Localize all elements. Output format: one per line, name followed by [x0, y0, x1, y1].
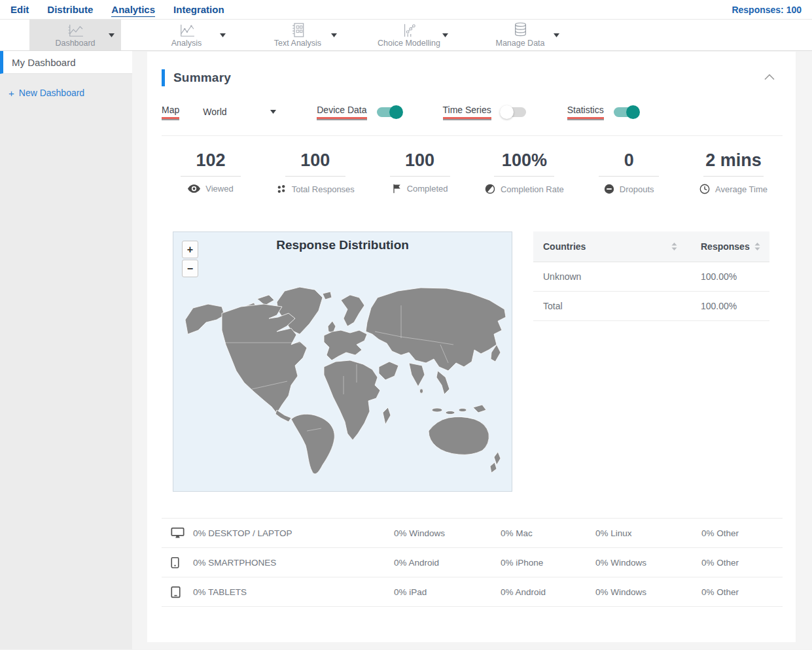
map-zoom-controls: + −	[182, 241, 198, 277]
stat-total-responses: 100 Total Responses	[266, 150, 364, 194]
eye-icon	[188, 184, 200, 193]
device-stat: 0% Windows	[595, 558, 701, 568]
nav-edit[interactable]: Edit	[10, 3, 29, 16]
device-stat: 0% iPhone	[501, 558, 595, 568]
stat-value: 100	[371, 150, 469, 171]
device-stat: 0% Android	[394, 558, 501, 568]
tool-text-analysis[interactable]: Text Analysis	[252, 20, 344, 50]
response-distribution-map[interactable]: Response Distribution + −	[173, 231, 512, 492]
minus-circle-icon	[604, 184, 614, 194]
device-stat: 0% Other	[701, 558, 783, 568]
country-name: Total	[543, 301, 701, 311]
stats-row: 102 Viewed 100 Total Responses	[162, 150, 783, 194]
stat-label: Completed	[407, 184, 448, 194]
device-stat: 0% Windows	[394, 528, 501, 538]
stat-value: 0	[580, 150, 678, 171]
device-data-table: 0% DESKTOP / LAPTOP 0% Windows 0% Mac 0%…	[162, 518, 783, 607]
clock-icon	[699, 184, 710, 194]
table-row: Total 100.00%	[533, 292, 769, 321]
stat-label: Completion Rate	[501, 184, 564, 194]
device-stat: 0% Windows	[595, 587, 701, 597]
toggle-knob	[500, 105, 514, 119]
table-row: Unknown 100.00%	[533, 262, 769, 292]
time-series-label: Time Series	[443, 105, 491, 119]
stat-value: 100	[266, 150, 364, 171]
desktop-icon	[162, 527, 193, 539]
sort-icon[interactable]	[754, 242, 760, 251]
zoom-in-button[interactable]: +	[182, 241, 198, 258]
statistics-label: Statistics	[567, 105, 604, 119]
tool-label: Manage Data	[495, 39, 544, 48]
top-nav: Edit Distribute Analytics Integration Re…	[0, 0, 812, 20]
dashboard-sidebar: My Dashboard + New Dashboard	[0, 51, 132, 649]
device-stat: 0% Other	[701, 587, 783, 597]
device-stat: 0% Mac	[501, 528, 595, 538]
chevron-down-icon[interactable]	[220, 33, 226, 37]
line-chart-icon	[66, 22, 84, 38]
chevron-down-icon[interactable]	[109, 33, 115, 37]
map-title: Response Distribution	[173, 238, 512, 252]
stat-value: 102	[162, 150, 260, 171]
device-label: 0% SMARTPHONES	[193, 558, 394, 568]
nav-distribute[interactable]: Distribute	[47, 3, 93, 16]
tool-dashboard[interactable]: Dashboard	[29, 20, 121, 50]
chevron-down-icon[interactable]	[442, 33, 448, 37]
chevron-down-icon[interactable]	[554, 33, 559, 37]
countries-column-header[interactable]: Countries	[543, 241, 701, 252]
device-data-label: Device Data	[317, 105, 366, 119]
device-row-tablets: 0% TABLETS 0% iPad 0% Android 0% Windows…	[162, 577, 783, 607]
tool-label: Text Analysis	[274, 39, 321, 48]
flag-icon	[392, 184, 402, 194]
stat-average-time: 2 mins Average Time	[684, 150, 783, 194]
summary-controls: Map World Device Data Time Series Statis…	[162, 105, 783, 119]
countries-column-label: Countries	[543, 241, 586, 252]
stat-label: Average Time	[715, 184, 768, 194]
responses-column-header[interactable]: Responses	[701, 241, 769, 252]
time-series-toggle[interactable]	[501, 107, 526, 117]
map-region-value: World	[203, 107, 226, 117]
tool-label: Choice Modelling	[378, 39, 440, 48]
database-icon	[514, 22, 527, 38]
country-name: Unknown	[543, 271, 701, 282]
stat-label: Dropouts	[620, 184, 654, 194]
stat-viewed: 102 Viewed	[162, 150, 260, 194]
tool-analysis[interactable]: Analysis	[141, 20, 232, 50]
sort-icon[interactable]	[671, 242, 677, 251]
country-responses: 100.00%	[701, 271, 769, 282]
nav-integration[interactable]: Integration	[173, 3, 224, 16]
tool-choice-modelling[interactable]: Choice Modelling	[363, 20, 455, 50]
collapse-chevron-up-icon[interactable]	[764, 73, 775, 80]
zoom-out-button[interactable]: −	[182, 260, 198, 277]
device-stat: 0% Android	[501, 587, 595, 597]
stat-dropouts: 0 Dropouts	[580, 150, 678, 194]
summary-header: Summary	[162, 52, 783, 86]
device-data-toggle[interactable]	[377, 107, 402, 117]
chevron-down-icon	[270, 110, 276, 114]
stat-completed: 100 Completed	[371, 150, 469, 194]
stat-value: 100%	[475, 150, 573, 171]
stat-label: Viewed	[205, 184, 233, 194]
tool-manage-data[interactable]: Manage Data	[474, 20, 566, 50]
main-area: Summary Map World Device Data Time Serie…	[132, 51, 812, 649]
map-region-select[interactable]: World	[203, 107, 276, 117]
responses-column-label: Responses	[701, 241, 750, 252]
nav-analytics[interactable]: Analytics	[111, 3, 155, 17]
chevron-down-icon[interactable]	[331, 33, 337, 37]
statistics-toggle[interactable]	[614, 107, 639, 117]
responses-count: Responses: 100	[732, 5, 802, 15]
device-stat: 0% Linux	[595, 528, 701, 538]
half-circle-icon	[485, 184, 495, 194]
world-map[interactable]	[179, 279, 508, 479]
device-stat: 0% iPad	[394, 587, 501, 597]
new-dashboard-button[interactable]: + New Dashboard	[9, 88, 132, 98]
plus-icon: +	[9, 88, 14, 98]
country-responses: 100.00%	[701, 301, 769, 311]
new-dashboard-label: New Dashboard	[19, 88, 84, 98]
stat-label: Total Responses	[292, 184, 355, 194]
device-stat: 0% Other	[701, 528, 783, 538]
sidebar-item-my-dashboard[interactable]: My Dashboard	[0, 51, 132, 74]
device-data-control: Device Data	[317, 105, 401, 119]
stat-value: 2 mins	[684, 150, 783, 171]
line-chart-icon	[177, 22, 196, 38]
page-title: Summary	[173, 71, 231, 85]
